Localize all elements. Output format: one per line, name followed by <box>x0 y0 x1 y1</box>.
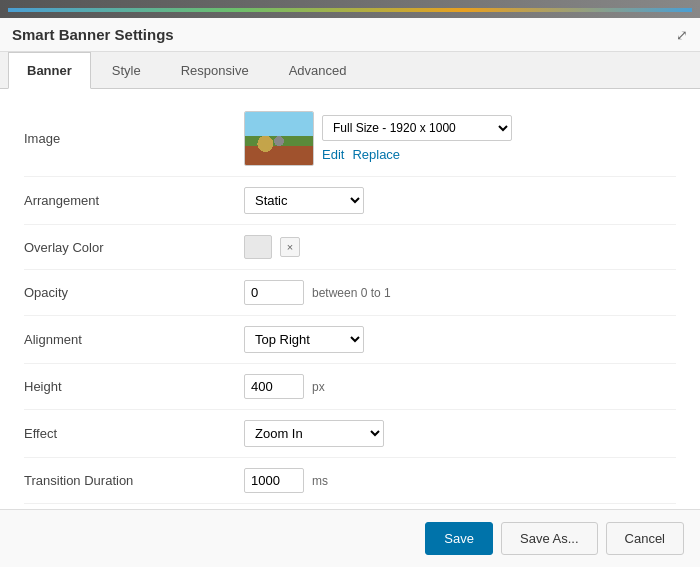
window-title: Smart Banner Settings <box>12 26 174 43</box>
tab-style[interactable]: Style <box>93 52 160 88</box>
image-meta: Full Size - 1920 x 1000 Edit Replace <box>322 115 512 162</box>
overlay-color-label: Overlay Color <box>24 240 244 255</box>
transition-unit-label: ms <box>312 474 328 488</box>
image-label: Image <box>24 131 244 146</box>
alignment-control: Top LeftTop CenterTop RightCenter LeftCe… <box>244 326 364 353</box>
image-row: Image Full Size - 1920 x 1000 Edit Repla… <box>24 101 676 177</box>
transition-label: Transition Duration <box>24 473 244 488</box>
cancel-button[interactable]: Cancel <box>606 522 684 555</box>
height-control: px <box>244 374 325 399</box>
alignment-label: Alignment <box>24 332 244 347</box>
effect-select[interactable]: NoneFadeZoom InZoom OutSlide LeftSlide R… <box>244 420 384 447</box>
tab-bar: Banner Style Responsive Advanced <box>0 52 700 89</box>
opacity-input[interactable] <box>244 280 304 305</box>
footer: Save Save As... Cancel <box>0 509 700 567</box>
transition-control: ms <box>244 468 328 493</box>
overlay-color-control: × <box>244 235 300 259</box>
expand-icon[interactable]: ⤢ <box>676 27 688 43</box>
height-input[interactable] <box>244 374 304 399</box>
arrangement-label: Arrangement <box>24 193 244 208</box>
alignment-row: Alignment Top LeftTop CenterTop RightCen… <box>24 316 676 364</box>
alignment-select[interactable]: Top LeftTop CenterTop RightCenter LeftCe… <box>244 326 364 353</box>
effect-label: Effect <box>24 426 244 441</box>
arrangement-select[interactable]: StaticSlideshowCarousel <box>244 187 364 214</box>
tab-banner[interactable]: Banner <box>8 52 91 89</box>
image-edit-button[interactable]: Edit <box>322 147 344 162</box>
image-replace-button[interactable]: Replace <box>352 147 400 162</box>
save-as-button[interactable]: Save As... <box>501 522 598 555</box>
image-actions: Edit Replace <box>322 147 512 162</box>
opacity-row: Opacity between 0 to 1 <box>24 270 676 316</box>
image-size-select[interactable]: Full Size - 1920 x 1000 <box>322 115 512 141</box>
tab-advanced[interactable]: Advanced <box>270 52 366 88</box>
image-preview <box>244 111 314 166</box>
clear-color-button[interactable]: × <box>280 237 300 257</box>
effect-control: NoneFadeZoom InZoom OutSlide LeftSlide R… <box>244 420 384 447</box>
overlay-color-row: Overlay Color × <box>24 225 676 270</box>
transition-input[interactable] <box>244 468 304 493</box>
tab-responsive[interactable]: Responsive <box>162 52 268 88</box>
form: Image Full Size - 1920 x 1000 Edit Repla… <box>0 89 700 509</box>
opacity-label: Opacity <box>24 285 244 300</box>
transition-row: Transition Duration ms <box>24 458 676 504</box>
opacity-control: between 0 to 1 <box>244 280 391 305</box>
image-thumbnail <box>245 112 313 165</box>
save-button[interactable]: Save <box>425 522 493 555</box>
height-label: Height <box>24 379 244 394</box>
height-unit-label: px <box>312 380 325 394</box>
height-row: Height px <box>24 364 676 410</box>
arrangement-control: StaticSlideshowCarousel <box>244 187 364 214</box>
opacity-range-label: between 0 to 1 <box>312 286 391 300</box>
effect-row: Effect NoneFadeZoom InZoom OutSlide Left… <box>24 410 676 458</box>
arrangement-row: Arrangement StaticSlideshowCarousel <box>24 177 676 225</box>
color-swatch[interactable] <box>244 235 272 259</box>
image-control: Full Size - 1920 x 1000 Edit Replace <box>244 111 512 166</box>
content-area: Image Full Size - 1920 x 1000 Edit Repla… <box>0 89 700 509</box>
